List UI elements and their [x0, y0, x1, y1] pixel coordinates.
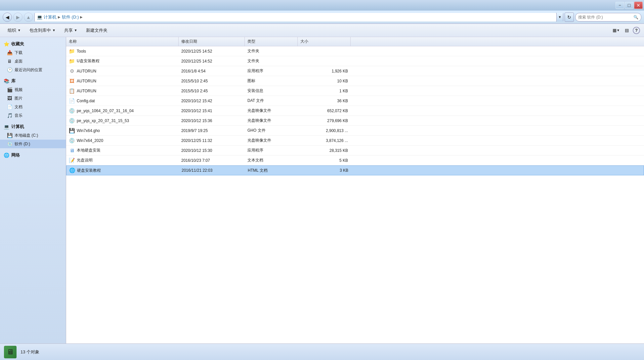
- view-button[interactable]: ▦ ▼: [612, 26, 621, 35]
- search-input[interactable]: [578, 15, 632, 20]
- organize-arrow-icon: ▼: [18, 28, 21, 32]
- organize-button[interactable]: 组织 ▼: [4, 25, 24, 35]
- table-row[interactable]: 📝 光盘说明 2016/10/23 7:07 文本文档 5 KB: [66, 156, 644, 165]
- up-icon: ▲: [26, 15, 31, 20]
- file-name: AUTORUN: [77, 89, 96, 93]
- file-name: 硬盘安装教程: [77, 168, 101, 173]
- file-icon: 💿: [69, 118, 75, 124]
- table-row[interactable]: ⚙ AUTORUN 2016/1/8 4:54 应用程序 1,926 KB: [66, 66, 644, 76]
- file-size: 1 KB: [298, 89, 351, 93]
- file-type: 光盘映像文件: [245, 118, 298, 123]
- sidebar-item-image[interactable]: 🖼 图片: [0, 94, 66, 103]
- file-size: 28,315 KB: [298, 148, 351, 153]
- desktop-label: 桌面: [15, 59, 22, 64]
- sidebar-item-download[interactable]: 📥 下载: [0, 48, 66, 57]
- sidebar-favorites-header[interactable]: ⭐ 收藏夹: [0, 40, 66, 48]
- sidebar-item-doc[interactable]: 📄 文档: [0, 103, 66, 111]
- help-button[interactable]: ?: [633, 27, 640, 34]
- file-icon: 📋: [69, 88, 75, 94]
- file-icon: ⚙: [69, 68, 75, 74]
- refresh-icon: ↻: [567, 15, 571, 20]
- file-date: 2020/12/25 14:52: [179, 59, 245, 64]
- file-type: GHO 文件: [245, 128, 298, 133]
- share-label: 共享: [64, 27, 73, 33]
- file-type: 安装信息: [245, 88, 298, 94]
- breadcrumb-dropdown[interactable]: ▼: [556, 13, 563, 22]
- doc-icon: 📄: [7, 104, 13, 110]
- file-list-header: 名称 修改日期 类型 大小: [66, 37, 644, 46]
- breadcrumb-drive[interactable]: 软件 (D:): [62, 14, 79, 20]
- table-row[interactable]: 💿 pe_yqs_xp_20_07_31_15_53 2020/10/12 15…: [66, 116, 644, 126]
- preview-icon: ▤: [625, 28, 629, 33]
- sidebar-item-music[interactable]: 🎵 音乐: [0, 111, 66, 120]
- file-name: AUTORUN: [77, 79, 96, 83]
- sidebar: ⭐ 收藏夹 📥 下载 🖥 桌面 🕐 最近访问的位置 📚 库: [0, 37, 66, 343]
- organize-label: 组织: [8, 27, 16, 33]
- table-row[interactable]: 🌐 硬盘安装教程 2016/11/21 22:03 HTML 文档 3 KB: [66, 165, 644, 175]
- sidebar-item-desktop[interactable]: 🖥 桌面: [0, 57, 66, 66]
- sidebar-network-header[interactable]: 🌐 网络: [0, 151, 66, 159]
- new-folder-button[interactable]: 新建文件夹: [82, 25, 111, 35]
- file-name: U盘安装教程: [77, 58, 100, 64]
- search-bar: 🔍: [575, 13, 641, 22]
- table-row[interactable]: 📄 Config.dat 2020/10/12 15:42 DAT 文件 36 …: [66, 96, 644, 106]
- file-type: 文件夹: [245, 48, 298, 54]
- maximize-button[interactable]: □: [625, 2, 633, 9]
- file-name: Win7x64_2020: [77, 138, 103, 143]
- file-type: HTML 文档: [245, 168, 298, 173]
- file-date: 2020/10/12 15:30: [179, 148, 245, 153]
- sidebar-item-software-d[interactable]: 💿 软件 (D:): [0, 140, 66, 148]
- sidebar-item-local-c[interactable]: 💾 本地磁盘 (C:): [0, 131, 66, 140]
- table-row[interactable]: 📁 Tools 2020/12/25 14:52 文件夹: [66, 46, 644, 56]
- library-button[interactable]: 包含到库中 ▼: [26, 25, 59, 35]
- file-size: 3 KB: [298, 168, 351, 173]
- preview-button[interactable]: ▤: [622, 26, 631, 35]
- table-row[interactable]: 💾 Win7x64.gho 2019/9/7 19:25 GHO 文件 2,90…: [66, 126, 644, 136]
- addressbar: ◀ ▶ ▲ 💻 计算机 ▶ 软件 (D:) ▶ ▼ ↻ 🔍: [0, 11, 644, 24]
- sidebar-library-header[interactable]: 📚 库: [0, 77, 66, 85]
- refresh-button[interactable]: ↻: [565, 13, 574, 22]
- column-header-type[interactable]: 类型: [245, 37, 298, 46]
- table-row[interactable]: 🖥 本地硬盘安装 2020/10/12 15:30 应用程序 28,315 KB: [66, 146, 644, 156]
- sidebar-item-recent[interactable]: 🕐 最近访问的位置: [0, 66, 66, 74]
- column-header-date[interactable]: 修改日期: [179, 37, 245, 46]
- table-row[interactable]: 💿 pe_yqs_1064_20_07_31_16_04 2020/10/12 …: [66, 106, 644, 116]
- statusbar: 🖥 13 个对象: [0, 343, 644, 360]
- file-icon: 🖼: [69, 78, 75, 84]
- software-d-label: 软件 (D:): [15, 141, 30, 147]
- file-name: Win7x64.gho: [77, 128, 100, 133]
- library-section: 📚 库 🎬 视频 🖼 图片 📄 文档 🎵 音乐: [0, 77, 66, 120]
- table-row[interactable]: 📋 AUTORUN 2015/5/10 2:45 安装信息 1 KB: [66, 86, 644, 96]
- sidebar-item-video[interactable]: 🎬 视频: [0, 85, 66, 94]
- file-icon: 💾: [69, 128, 75, 134]
- table-row[interactable]: 💿 Win7x64_2020 2020/12/25 11:32 光盘映像文件 3…: [66, 136, 644, 146]
- network-section: 🌐 网络: [0, 151, 66, 159]
- share-arrow-icon: ▼: [74, 28, 77, 32]
- local-c-label: 本地磁盘 (C:): [15, 133, 38, 138]
- up-button[interactable]: ▲: [24, 13, 33, 22]
- back-button[interactable]: ◀: [3, 13, 12, 22]
- doc-label: 文档: [15, 104, 22, 110]
- video-label: 视频: [15, 87, 22, 93]
- column-header-name[interactable]: 名称: [66, 37, 179, 46]
- file-date: 2020/12/25 14:52: [179, 49, 245, 54]
- forward-button[interactable]: ▶: [13, 13, 22, 22]
- column-header-size[interactable]: 大小: [298, 37, 351, 46]
- file-name: pe_yqs_xp_20_07_31_15_53: [77, 118, 129, 123]
- close-button[interactable]: ✕: [634, 2, 643, 9]
- file-icon: 📄: [69, 98, 75, 104]
- share-button[interactable]: 共享 ▼: [61, 25, 81, 35]
- breadcrumb-computer[interactable]: 计算机: [44, 14, 57, 20]
- sidebar-computer-header[interactable]: 💻 计算机: [0, 122, 66, 131]
- table-row[interactable]: 📁 U盘安装教程 2020/12/25 14:52 文件夹: [66, 56, 644, 66]
- download-icon: 📥: [7, 50, 13, 56]
- minimize-button[interactable]: －: [616, 2, 624, 9]
- file-type: 光盘映像文件: [245, 138, 298, 143]
- table-row[interactable]: 🖼 AUTORUN 2015/5/10 2:45 图标 10 KB: [66, 76, 644, 86]
- video-icon: 🎬: [7, 87, 13, 93]
- file-size: 2,900,813 ...: [298, 128, 351, 133]
- file-type: 图标: [245, 78, 298, 84]
- forward-icon: ▶: [16, 15, 20, 20]
- file-name: Config.dat: [77, 99, 95, 103]
- titlebar: － □ ✕: [0, 0, 644, 11]
